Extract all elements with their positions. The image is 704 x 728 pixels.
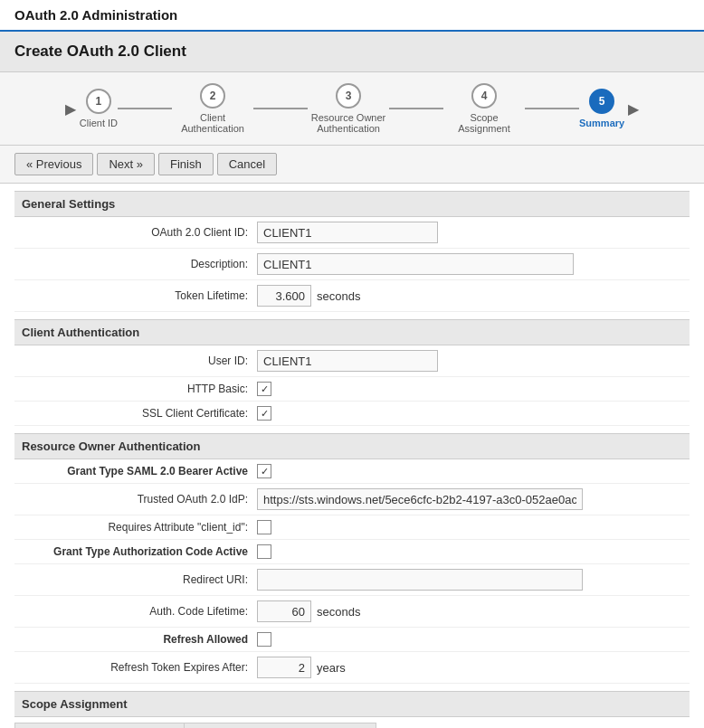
scope-table: OAuth 2.0 Scope ID Description DAAG_MNGG… — [14, 723, 376, 728]
client-id-value-container — [257, 222, 682, 243]
grant-auth-code-checkbox[interactable] — [257, 544, 271, 559]
client-auth-section: Client Authentication — [14, 319, 690, 345]
resource-owner-auth-section: Resource Owner Authentication — [14, 433, 690, 459]
top-toolbar: « Previous Next » Finish Cancel — [0, 146, 704, 184]
grant-saml-label: Grant Type SAML 2.0 Bearer Active — [22, 465, 257, 477]
step-label-3: Resource Owner Authentication — [308, 112, 389, 134]
wizard-step-1: 1 Client ID — [80, 89, 118, 128]
step-label-4: Scope Assignment — [443, 112, 525, 134]
user-id-input[interactable] — [257, 350, 438, 372]
token-lifetime-row: Token Lifetime: seconds — [14, 280, 690, 312]
auth-code-lifetime-label: Auth. Code Lifetime: — [22, 605, 257, 618]
client-id-row: OAuth 2.0 Client ID: — [14, 217, 690, 249]
redirect-uri-row: Redirect URI: — [14, 564, 690, 596]
refresh-allowed-row: Refresh Allowed — [14, 628, 690, 652]
wizard-steps: ▶ 1 Client ID 2 Client Authentication 3 … — [0, 72, 704, 146]
ssl-cert-row: SSL Client Certificate: — [14, 402, 690, 426]
wizard-step-5: 5 Summary — [579, 89, 624, 128]
description-input[interactable] — [257, 253, 574, 275]
http-basic-label: HTTP Basic: — [22, 383, 257, 395]
requires-attr-value-container — [257, 520, 682, 534]
grant-saml-checkbox[interactable] — [257, 464, 271, 478]
step-label-2: Client Authentication — [172, 112, 253, 134]
content-area: General Settings OAuth 2.0 Client ID: De… — [0, 191, 704, 728]
requires-attr-row: Requires Attribute "client_id": — [14, 515, 690, 540]
refresh-expires-row: Refresh Token Expires After: years — [14, 652, 690, 684]
step-circle-1: 1 — [86, 89, 111, 114]
trusted-idp-label: Trusted OAuth 2.0 IdP: — [22, 493, 257, 506]
http-basic-checkbox[interactable] — [257, 382, 271, 396]
grant-auth-code-value-container — [257, 544, 682, 559]
top-finish-button[interactable]: Finish — [158, 153, 214, 175]
wizard-line-3 — [389, 108, 443, 109]
token-lifetime-unit: seconds — [317, 289, 360, 303]
top-previous-button[interactable]: « Previous — [14, 153, 93, 175]
user-id-value-container — [257, 350, 682, 372]
trusted-idp-input[interactable] — [257, 488, 583, 510]
requires-attr-checkbox[interactable] — [257, 520, 271, 534]
grant-saml-value-container — [257, 464, 682, 478]
wizard-step-4: 4 Scope Assignment — [443, 83, 525, 134]
scope-col-2-header: Description — [184, 723, 376, 729]
ssl-cert-value-container — [257, 406, 682, 421]
top-cancel-button[interactable]: Cancel — [217, 153, 277, 175]
step-circle-4: 4 — [471, 83, 497, 109]
trusted-idp-value-container — [257, 488, 682, 510]
user-id-row: User ID: — [14, 345, 690, 377]
auth-code-lifetime-unit: seconds — [317, 605, 360, 619]
refresh-allowed-value-container — [257, 632, 682, 647]
page-subtitle-bar: Create OAuth 2.0 Client — [0, 32, 704, 72]
grant-saml-row: Grant Type SAML 2.0 Bearer Active — [14, 459, 690, 484]
grant-auth-code-row: Grant Type Authorization Code Active — [14, 540, 690, 564]
page-title: OAuth 2.0 Administration — [14, 7, 177, 23]
http-basic-row: HTTP Basic: — [14, 377, 690, 402]
description-value-container — [257, 253, 682, 275]
page-subtitle: Create OAuth 2.0 Client — [14, 43, 186, 60]
scope-table-container: OAuth 2.0 Scope ID Description DAAG_MNGG… — [14, 723, 376, 728]
client-id-label: OAuth 2.0 Client ID: — [22, 226, 257, 239]
wizard-line-1 — [118, 108, 172, 109]
wizard-step-2: 2 Client Authentication — [172, 83, 253, 134]
auth-code-lifetime-value-container: seconds — [257, 600, 682, 622]
step-circle-5: 5 — [589, 89, 614, 114]
refresh-expires-label: Refresh Token Expires After: — [22, 661, 257, 674]
http-basic-value-container — [257, 382, 682, 396]
wizard-end-arrow: ▶ — [628, 100, 639, 118]
step-label-5: Summary — [579, 118, 624, 128]
token-lifetime-input[interactable] — [257, 285, 311, 307]
step-circle-3: 3 — [336, 83, 361, 109]
scope-assignment-section: Scope Assignment — [14, 691, 690, 717]
refresh-allowed-checkbox[interactable] — [257, 632, 271, 647]
auth-code-lifetime-input[interactable] — [257, 600, 311, 622]
redirect-uri-input[interactable] — [257, 569, 583, 591]
redirect-uri-value-container — [257, 569, 682, 591]
redirect-uri-label: Redirect URI: — [22, 573, 257, 586]
wizard-line-4 — [525, 108, 579, 109]
requires-attr-label: Requires Attribute "client_id": — [22, 521, 257, 534]
token-lifetime-label: Token Lifetime: — [22, 289, 257, 302]
top-next-button[interactable]: Next » — [97, 153, 155, 175]
client-id-input[interactable] — [257, 222, 438, 243]
ssl-cert-checkbox[interactable] — [257, 406, 271, 421]
description-row: Description: — [14, 249, 690, 280]
wizard-start-arrow: ▶ — [65, 100, 76, 118]
step-label-1: Client ID — [80, 118, 118, 128]
auth-code-lifetime-row: Auth. Code Lifetime: seconds — [14, 596, 690, 628]
general-settings-section: General Settings — [14, 191, 690, 217]
user-id-label: User ID: — [22, 355, 257, 367]
scope-col-1-header: OAuth 2.0 Scope ID — [15, 723, 185, 729]
trusted-idp-row: Trusted OAuth 2.0 IdP: — [14, 484, 690, 515]
step-circle-2: 2 — [200, 83, 225, 109]
grant-auth-code-label: Grant Type Authorization Code Active — [22, 545, 257, 558]
refresh-allowed-label: Refresh Allowed — [22, 633, 257, 646]
wizard-line-2 — [253, 108, 308, 109]
description-label: Description: — [22, 258, 257, 270]
wizard-step-3: 3 Resource Owner Authentication — [308, 83, 389, 134]
refresh-expires-input[interactable] — [257, 657, 311, 678]
page-title-bar: OAuth 2.0 Administration — [0, 0, 704, 32]
refresh-expires-value-container: years — [257, 657, 682, 678]
token-lifetime-value-container: seconds — [257, 285, 682, 307]
ssl-cert-label: SSL Client Certificate: — [22, 407, 257, 420]
refresh-expires-unit: years — [317, 661, 346, 675]
